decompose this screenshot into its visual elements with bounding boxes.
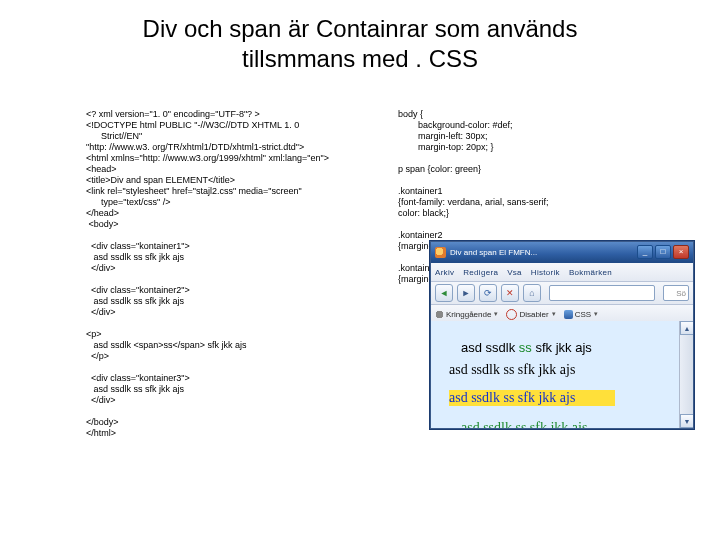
- scroll-up-button[interactable]: ▲: [680, 321, 693, 335]
- reload-button[interactable]: ⟳: [479, 284, 497, 302]
- browser-viewport: asd ssdlk ss sfk jkk ajs asd ssdlk ss sf…: [431, 321, 693, 428]
- rendered-line-1: asd ssdlk ss sfk jkk ajs: [461, 340, 693, 355]
- browser-window: Div and span El FMFN... _ □ × Arkiv Redi…: [430, 241, 694, 429]
- disable-icon: [506, 309, 517, 320]
- menu-arkiv[interactable]: Arkiv: [435, 268, 454, 277]
- tool-item-2[interactable]: Disabler: [506, 309, 555, 320]
- menu-redigera[interactable]: Redigera: [463, 268, 498, 277]
- search-box[interactable]: Sö: [663, 285, 689, 301]
- wrench-icon: [435, 310, 444, 319]
- scroll-down-button[interactable]: ▼: [680, 414, 693, 428]
- vertical-scrollbar[interactable]: ▲ ▼: [679, 321, 693, 428]
- forward-button[interactable]: ►: [457, 284, 475, 302]
- back-button[interactable]: ◄: [435, 284, 453, 302]
- title-line-2: tillsmmans med . CSS: [242, 45, 478, 72]
- browser-menubar: Arkiv Redigera Vsa Historik Bokmärken: [431, 263, 693, 282]
- minimize-button[interactable]: _: [637, 245, 653, 259]
- slide-title: Div och span är Containrar som används t…: [0, 14, 720, 74]
- title-line-1: Div och span är Containrar som används: [143, 15, 578, 42]
- rendered-line-4: asd ssdlk ss sfk jkk ajs: [461, 420, 693, 428]
- home-button[interactable]: ⌂: [523, 284, 541, 302]
- css-icon: [564, 310, 573, 319]
- tool-item-3[interactable]: CSS: [564, 310, 598, 319]
- window-title: Div and span El FMFN...: [450, 248, 537, 257]
- maximize-button[interactable]: □: [655, 245, 671, 259]
- rendered-line-3: asd ssdlk ss sfk jkk ajs: [449, 390, 615, 406]
- menu-bokmarken[interactable]: Bokmärken: [569, 268, 612, 277]
- browser-titlebar: Div and span El FMFN... _ □ ×: [431, 242, 693, 263]
- firefox-icon: [435, 247, 446, 258]
- close-button[interactable]: ×: [673, 245, 689, 259]
- browser-nav-toolbar: ◄ ► ⟳ ✕ ⌂ Sö: [431, 282, 693, 305]
- rendered-line-2: asd ssdlk ss sfk jkk ajs: [449, 362, 693, 378]
- stop-button[interactable]: ✕: [501, 284, 519, 302]
- menu-historik[interactable]: Historik: [531, 268, 560, 277]
- html-source-code: <? xml version="1. 0" encoding="UTF-8"? …: [86, 109, 376, 439]
- address-bar[interactable]: [549, 285, 655, 301]
- tool-item-1[interactable]: Kringgående: [435, 310, 498, 319]
- menu-vsa[interactable]: Vsa: [507, 268, 522, 277]
